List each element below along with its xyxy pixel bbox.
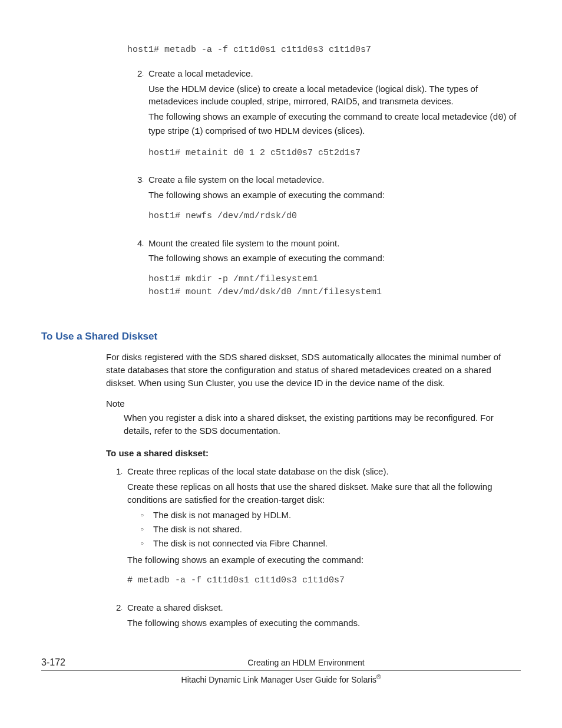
step-title: Create a shared diskset. [127,601,521,614]
footer-chapter-title: Creating an HDLM Environment [127,657,485,668]
list-item-1: 1. Create three replicas of the local st… [106,465,521,598]
list-item-3: 3. Create a file system on the local met… [127,173,521,233]
section-body: For disks registered with the SDS shared… [106,351,521,632]
bullet-text: The disk is not managed by HDLM. [153,509,291,522]
step-title: Create a local metadevice. [148,67,521,80]
paragraph: The following shows an example of execut… [127,554,521,566]
code-block-1: host1# metadb -a -f c1t1d0s1 c1t1d0s3 c1… [127,44,521,57]
step-title: Create three replicas of the local state… [127,465,521,478]
list-number: 3. [127,173,148,233]
paragraph: Use the HDLM device (slice) to create a … [148,83,521,108]
registered-symbol: ® [376,674,381,680]
list-number: 2. [106,601,127,632]
step-title: Create a file system on the local metade… [148,173,521,186]
bullet-text: The disk is not connected via Fibre Chan… [153,537,328,550]
code-block: # metadb -a -f c1t1d0s1 c1t1d0s3 c1t1d0s… [127,574,521,587]
code-block: host1# newfs /dev/md/rdsk/d0 [148,210,521,223]
bullet-icon: ○ [140,523,153,536]
step-title: Mount the created file system to the mou… [148,237,521,250]
page-number: 3-172 [41,655,127,669]
procedure-heading: To use a shared diskset: [106,447,521,460]
page-footer: 3-172 Creating an HDLM Environment Hitac… [41,655,521,686]
footer-doc-title: Hitachi Dynamic Link Manager User Guide … [41,673,521,686]
bullet-text: The disk is not shared. [153,523,242,536]
list-item-4: 4. Mount the created file system to the … [127,237,521,309]
paragraph: The following shows examples of executin… [127,617,521,630]
list-item-2: 2. Create a local metadevice. Use the HD… [127,67,521,170]
list-number: 2. [127,67,148,170]
list-number: 1. [106,465,127,598]
paragraph: The following shows an example of execut… [148,110,521,139]
bullet-item: ○ The disk is not managed by HDLM. [140,509,521,522]
section-heading-shared-diskset: To Use a Shared Diskset [41,330,521,344]
code-block: host1# mkdir -p /mnt/filesystem1 host1# … [148,273,521,299]
bullet-item: ○ The disk is not shared. [140,523,521,536]
bullet-icon: ○ [140,509,153,522]
paragraph: For disks registered with the SDS shared… [106,351,521,389]
content-area: host1# metadb -a -f c1t1d0s1 c1t1d0s3 c1… [127,44,521,309]
bullet-item: ○ The disk is not connected via Fibre Ch… [140,537,521,550]
note-body: When you register a disk into a shared d… [124,411,521,437]
note-label: Note [106,397,521,410]
paragraph: The following shows an example of execut… [148,189,521,202]
paragraph: The following shows an example of execut… [148,252,521,265]
bullet-icon: ○ [140,537,153,550]
code-block: host1# metainit d0 1 2 c5t1d0s7 c5t2d1s7 [148,147,521,160]
paragraph: Create these replicas on all hosts that … [127,480,521,506]
list-number: 4. [127,237,148,309]
inline-code: d0 [492,113,503,123]
list-item-2: 2. Create a shared diskset. The followin… [106,601,521,632]
